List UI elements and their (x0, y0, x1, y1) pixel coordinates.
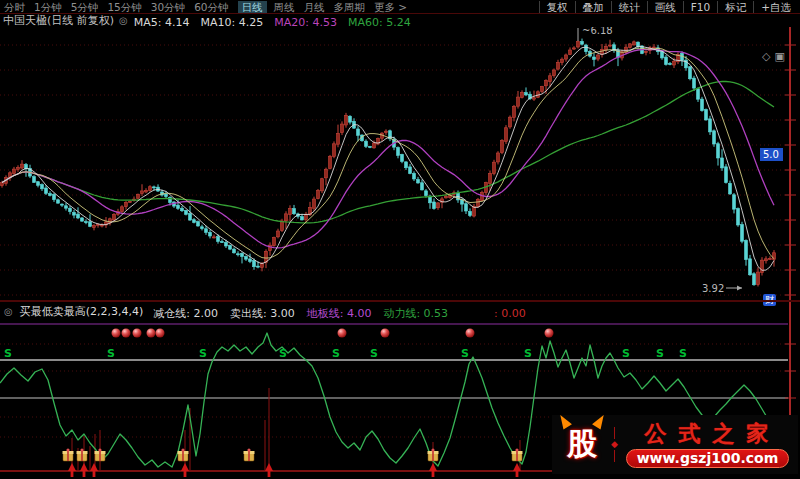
svg-text:S: S (199, 347, 207, 360)
sell-signal-letters: SSSSSSSSSSS (4, 347, 687, 360)
period-tab-1[interactable]: 1分钟 (34, 1, 62, 13)
watermark-bull-logo: 股 (558, 419, 606, 471)
svg-text:S: S (622, 347, 630, 360)
watermark-brand: 公式之家 (644, 421, 780, 447)
toolbar: 复权叠加统计画线F10标记+自选 (539, 0, 798, 13)
ma5-line (2, 46, 774, 270)
price-axis-label: 5.0 (760, 148, 783, 161)
arrow-right-icon (737, 286, 742, 291)
watermark-divider: ◆ (611, 427, 618, 462)
candles (1, 39, 776, 287)
svg-text:S: S (524, 347, 532, 360)
symbol-title: 中国天楹(日线 前复权) (3, 13, 114, 28)
low-price-annotation: 3.92 (702, 283, 724, 294)
watermark-text: 公式之家 www.gszj100.com (623, 421, 798, 468)
watermark-url: www.gszj100.com (626, 449, 790, 468)
ma60-line (2, 82, 774, 223)
period-tab-2[interactable]: 5分钟 (71, 1, 99, 13)
gift-buy-marks (63, 448, 523, 461)
tool-button-4[interactable]: F10 (683, 1, 717, 13)
period-tab-0[interactable]: 分时 (4, 1, 25, 13)
chart-corner-icons: ◇▣ (762, 50, 789, 63)
ma10-line (2, 48, 774, 259)
target-icon[interactable]: ◎ (119, 15, 128, 26)
info-bar: 中国天楹(日线 前复权) ◎ MA5: 4.14MA10: 4.25MA20: … (0, 14, 800, 27)
panel-layout-icon[interactable]: ▣ (774, 50, 788, 63)
tool-button-0[interactable]: 复权 (539, 1, 575, 13)
diamond-bullet-icon: ◆ (611, 439, 618, 450)
tool-button-5[interactable]: 标记 (717, 1, 753, 13)
tool-button-6[interactable]: +自选 (753, 1, 798, 13)
svg-text:S: S (656, 347, 664, 360)
tool-button-3[interactable]: 画线 (647, 1, 683, 13)
diamond-icon[interactable]: ◇ (762, 50, 774, 63)
tool-button-2[interactable]: 统计 (611, 1, 647, 13)
svg-text:S: S (679, 347, 687, 360)
svg-text:S: S (370, 347, 378, 360)
tool-button-1[interactable]: 叠加 (575, 1, 611, 13)
svg-text:S: S (107, 347, 115, 360)
svg-text:S: S (461, 347, 469, 360)
sell-ball-marks (112, 329, 554, 338)
high-price-annotation: ~6.18 (582, 27, 613, 36)
svg-text:S: S (332, 347, 340, 360)
watermark: 股 ◆ 公式之家 www.gszj100.com (552, 415, 798, 474)
svg-text:S: S (4, 347, 12, 360)
svg-text:S: S (279, 347, 287, 360)
app-window: 分时1分钟5分钟15分钟30分钟60分钟日线周线月线多周期更多 > 复权叠加统计… (0, 0, 800, 479)
watermark-logo-char: 股 (567, 424, 597, 465)
candlestick-chart[interactable]: ~6.183.92 (0, 27, 800, 303)
